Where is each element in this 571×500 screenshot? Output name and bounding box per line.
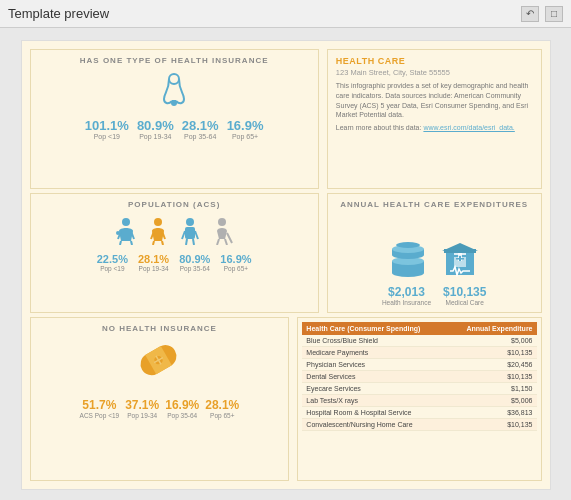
no-ins-lbl: Pop 35-64 xyxy=(165,412,199,419)
middle-age-icon-group xyxy=(179,217,201,249)
svg-line-21 xyxy=(217,239,219,245)
coins-icon xyxy=(388,241,428,277)
table-cell-value: $10,135 xyxy=(448,347,537,359)
no-ins-stat-19-34: 37.1% Pop 19-34 xyxy=(125,398,159,419)
table-cell-value: $10,135 xyxy=(448,419,537,431)
no-insurance-title: NO HEALTH INSURANCE xyxy=(102,324,217,333)
exp-stat-medical: $10,135 Medical Care xyxy=(443,285,486,306)
hc-link-url[interactable]: www.esri.com/data/esri_data. xyxy=(423,124,514,131)
table-row: Medicare Payments$10,135 xyxy=(302,347,536,359)
stat-label: Pop <19 xyxy=(85,133,129,140)
adult-icon xyxy=(147,217,169,245)
coins-icon-group xyxy=(388,241,428,281)
exp-icons-row xyxy=(336,217,533,281)
table-cell-value: $5,006 xyxy=(448,335,537,347)
insurance-icons-row xyxy=(156,71,192,112)
stat-item: 16.9% Pop 65+ xyxy=(227,118,264,140)
insurance-title: HAS ONE TYPE OF HEALTH INSURANCE xyxy=(80,56,269,65)
table-cell-value: $20,456 xyxy=(448,359,537,371)
svg-rect-34 xyxy=(454,253,466,255)
table-cell-value: $10,135 xyxy=(448,371,537,383)
table-cell-name: Eyecare Services xyxy=(302,383,448,395)
table-row: Dental Services$10,135 xyxy=(302,371,536,383)
child-icon xyxy=(115,217,137,245)
hospital-icon xyxy=(440,241,480,277)
stat-label: Pop 65+ xyxy=(227,133,264,140)
table-row: Lab Tests/X rays$5,006 xyxy=(302,395,536,407)
hc-title: HEALTH CARE xyxy=(336,56,533,66)
table-cell-name: Dental Services xyxy=(302,371,448,383)
table-row: Blue Cross/Blue Shield$5,006 xyxy=(302,335,536,347)
table-header-value: Annual Expenditure xyxy=(448,322,537,335)
table-cell-name: Hospital Room & Hospital Service xyxy=(302,407,448,419)
exp-stats-row: $2,013 Health Insurance $10,135 Medical … xyxy=(336,285,533,306)
no-ins-val: 51.7% xyxy=(80,398,120,412)
table-cell-value: $1,150 xyxy=(448,383,537,395)
outer-container: HAS ONE TYPE OF HEALTH INSURANCE xyxy=(0,28,571,500)
no-ins-val: 37.1% xyxy=(125,398,159,412)
stat-label: Pop 35-64 xyxy=(182,133,219,140)
no-ins-val: 16.9% xyxy=(165,398,199,412)
svg-line-13 xyxy=(162,241,163,245)
pop-stat-35-64: 80.9% Pop 35-64 xyxy=(179,253,210,272)
insurance-panel: HAS ONE TYPE OF HEALTH INSURANCE xyxy=(30,49,319,189)
table-row: Hospital Room & Hospital Service$36,813 xyxy=(302,407,536,419)
svg-line-22 xyxy=(225,239,227,245)
bandage-svg xyxy=(132,339,186,383)
hc-link-prefix: Learn more about this data: xyxy=(336,124,424,131)
pop-stat-65plus: 16.9% Pop 65+ xyxy=(220,253,251,272)
bottom-section: NO HEALTH INSURANCE xyxy=(30,317,542,481)
pop-stat-val: 80.9% xyxy=(179,253,210,265)
table-row: Convalescent/Nursing Home Care$10,135 xyxy=(302,419,536,431)
exp-stat-lbl: Medical Care xyxy=(443,299,486,306)
table-header-name: Health Care (Consumer Spending) xyxy=(302,322,448,335)
infographic-card: HAS ONE TYPE OF HEALTH INSURANCE xyxy=(21,40,551,490)
stat-value: 101.1% xyxy=(85,118,129,133)
child-icon-group xyxy=(115,217,137,249)
table-row: Eyecare Services$1,150 xyxy=(302,383,536,395)
svg-line-16 xyxy=(182,231,185,239)
hc-description: This infographic provides a set of key d… xyxy=(336,81,533,120)
pop-icons-row xyxy=(115,217,233,249)
table-cell-name: Blue Cross/Blue Shield xyxy=(302,335,448,347)
no-ins-val: 28.1% xyxy=(205,398,239,412)
svg-line-23 xyxy=(227,233,232,243)
table-cell-name: Medicare Payments xyxy=(302,347,448,359)
top-section: HAS ONE TYPE OF HEALTH INSURANCE xyxy=(30,49,542,189)
no-insurance-stats: 51.7% ACS Pop <19 37.1% Pop 19-34 16.9% … xyxy=(80,398,240,419)
stat-label: Pop 19-34 xyxy=(137,133,174,140)
table-panel: Health Care (Consumer Spending) Annual E… xyxy=(297,317,541,481)
exp-stat-val: $10,135 xyxy=(443,285,486,299)
no-insurance-panel: NO HEALTH INSURANCE xyxy=(30,317,290,481)
svg-rect-37 xyxy=(459,256,461,261)
expenditures-panel: ANNUAL HEALTH CARE EXPENDITURES xyxy=(327,193,542,313)
svg-line-7 xyxy=(131,241,132,245)
table-cell-value: $36,813 xyxy=(448,407,537,419)
stat-item: 101.1% Pop <19 xyxy=(85,118,129,140)
svg-point-2 xyxy=(171,100,177,106)
insurance-stats-row: 101.1% Pop <19 80.9% Pop 19-34 28.1% Pop… xyxy=(85,118,264,140)
expand-button[interactable]: □ xyxy=(545,6,563,22)
table-cell-name: Lab Tests/X rays xyxy=(302,395,448,407)
stat-value: 28.1% xyxy=(182,118,219,133)
expenditures-title: ANNUAL HEALTH CARE EXPENDITURES xyxy=(336,200,533,209)
table-cell-value: $5,006 xyxy=(448,395,537,407)
stethoscope-icon xyxy=(156,71,192,112)
table-cell-name: Physician Services xyxy=(302,359,448,371)
population-panel: POPULATION (ACS) xyxy=(30,193,319,313)
no-ins-stat-65plus: 28.1% Pop 65+ xyxy=(205,398,239,419)
svg-point-20 xyxy=(218,218,226,226)
expenditure-table: Health Care (Consumer Spending) Annual E… xyxy=(302,322,536,431)
svg-line-17 xyxy=(195,231,198,239)
exp-stat-insurance: $2,013 Health Insurance xyxy=(382,285,431,306)
pop-stat-19-34: 28.1% Pop 19-34 xyxy=(138,253,169,272)
svg-point-8 xyxy=(116,231,120,235)
exp-stat-val: $2,013 xyxy=(382,285,431,299)
pop-stat-val: 22.5% xyxy=(97,253,128,265)
elderly-icon xyxy=(211,217,233,245)
svg-line-12 xyxy=(153,241,154,245)
pop-stat-lbl: Pop 19-34 xyxy=(138,265,169,272)
reset-button[interactable]: ↶ xyxy=(521,6,539,22)
pop-stat-val: 28.1% xyxy=(138,253,169,265)
bandage-icon xyxy=(132,339,186,392)
